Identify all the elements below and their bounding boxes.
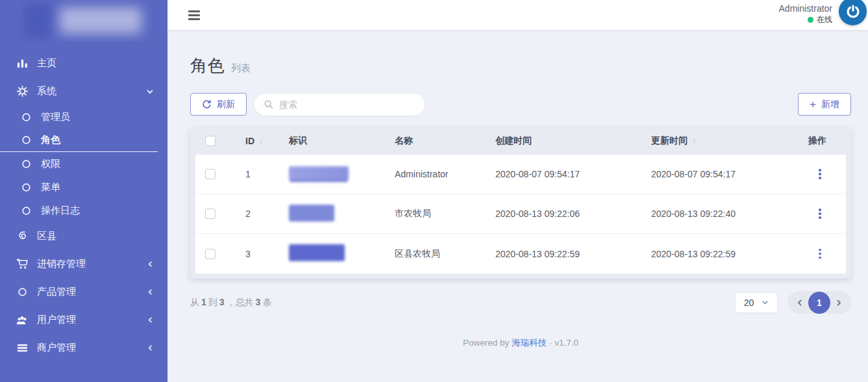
cell-created-at: 2020-08-13 09:22:06 bbox=[495, 209, 651, 219]
page-head: 角色 列表 bbox=[190, 55, 851, 77]
cell-identifier-redacted bbox=[289, 166, 395, 182]
sidebar-item-label: 权限 bbox=[41, 158, 60, 170]
app-logo[interactable] bbox=[0, 0, 167, 42]
cell-id: 1 bbox=[245, 169, 289, 179]
cell-name: 市农牧局 bbox=[395, 208, 495, 220]
gear-icon bbox=[16, 86, 29, 97]
topbar: Administrator 在线 bbox=[167, 0, 868, 30]
pager-zone: 20 1 bbox=[736, 291, 851, 314]
users-icon bbox=[16, 314, 29, 326]
table-row: 3区县农牧局2020-08-13 09:22:592020-08-13 09:2… bbox=[195, 234, 846, 274]
logout-power-button[interactable] bbox=[839, 0, 867, 25]
select-all-checkbox[interactable] bbox=[205, 136, 216, 146]
page-title: 角色 bbox=[190, 55, 225, 77]
pagination-summary: 从1到3，总共3条 bbox=[190, 297, 271, 309]
cell-name: Administrator bbox=[395, 169, 495, 179]
table-footer: 从1到3，总共3条 20 bbox=[190, 291, 851, 314]
search-input[interactable] bbox=[279, 99, 415, 110]
ring-icon bbox=[19, 183, 32, 192]
username[interactable]: Administrator bbox=[779, 3, 832, 14]
logo-text-redacted bbox=[60, 7, 142, 34]
roles-table: ID↑标识名称创建时间更新时间↑操作 1Administrator2020-08… bbox=[190, 127, 851, 279]
hamburger-menu-icon[interactable] bbox=[186, 8, 203, 23]
online-status-dot bbox=[808, 17, 813, 23]
chevron-right-icon bbox=[835, 299, 843, 307]
sidebar-item-label: 主页 bbox=[37, 57, 56, 70]
column-header: 创建时间 bbox=[495, 135, 651, 147]
next-page-button[interactable] bbox=[830, 293, 847, 312]
cell-id: 3 bbox=[245, 249, 289, 259]
column-header[interactable]: 更新时间↑ bbox=[651, 135, 808, 147]
sidebar-item-label: 角色 bbox=[41, 134, 60, 146]
cell-updated-at: 2020-08-07 09:54:17 bbox=[651, 169, 808, 179]
row-actions-dots-icon[interactable] bbox=[813, 246, 827, 262]
main-area: Administrator 在线 角色 列表 bbox=[167, 0, 868, 382]
page-size-value: 20 bbox=[744, 298, 754, 308]
list-icon bbox=[16, 342, 29, 353]
cart-icon bbox=[16, 259, 29, 270]
column-header: 标识 bbox=[289, 135, 395, 147]
spiral-icon bbox=[16, 231, 29, 242]
sidebar-item-label: 系统 bbox=[37, 85, 56, 97]
sidebar-item-operation-logs[interactable]: 操作日志 bbox=[0, 199, 158, 222]
summary-to: 3 bbox=[219, 297, 225, 307]
sidebar-item-menus[interactable]: 菜单 bbox=[0, 175, 158, 199]
plus-icon: + bbox=[810, 99, 816, 110]
row-checkbox[interactable] bbox=[205, 209, 216, 219]
cell-updated-at: 2020-08-13 09:22:59 bbox=[651, 249, 808, 259]
footer: Powered by 海瑞科技 · v1.7.0 bbox=[190, 337, 851, 349]
sidebar-item-merchants[interactable]: 商户管理 bbox=[0, 334, 158, 362]
sidebar: 主页系统管理员角色权限菜单操作日志区县进销存管理产品管理用户管理商户管理 bbox=[0, 0, 167, 382]
cell-name: 区县农牧局 bbox=[395, 248, 495, 260]
refresh-icon bbox=[202, 99, 212, 109]
chevron-left-icon bbox=[796, 299, 804, 307]
sidebar-item-districts[interactable]: 区县 bbox=[0, 222, 158, 250]
sidebar-item-label: 区县 bbox=[37, 230, 56, 242]
search-icon bbox=[264, 99, 273, 109]
prev-page-button[interactable] bbox=[791, 293, 808, 312]
app-root: 主页系统管理员角色权限菜单操作日志区县进销存管理产品管理用户管理商户管理 Adm… bbox=[0, 0, 868, 382]
sidebar-item-home[interactable]: 主页 bbox=[0, 49, 158, 77]
chevron-left-icon bbox=[147, 261, 154, 268]
summary-total: 3 bbox=[256, 297, 261, 307]
sidebar-item-label: 管理员 bbox=[41, 111, 70, 123]
column-header: 操作 bbox=[808, 135, 851, 147]
add-button[interactable]: + 新增 bbox=[798, 93, 851, 116]
refresh-button-label: 刷新 bbox=[217, 99, 235, 110]
sidebar-item-products[interactable]: 产品管理 bbox=[0, 278, 158, 306]
row-actions-dots-icon[interactable] bbox=[813, 205, 827, 222]
footer-divider: · bbox=[549, 338, 552, 348]
chevron-left-icon bbox=[147, 288, 154, 296]
chevron-down-icon bbox=[762, 299, 769, 306]
bar-chart-icon bbox=[16, 58, 29, 69]
chevron-left-icon bbox=[147, 316, 154, 324]
row-actions-dots-icon[interactable] bbox=[813, 166, 827, 183]
sidebar-menu: 主页系统管理员角色权限菜单操作日志区县进销存管理产品管理用户管理商户管理 bbox=[0, 42, 167, 362]
row-checkbox[interactable] bbox=[205, 169, 216, 179]
sidebar-item-system[interactable]: 系统 bbox=[0, 77, 158, 105]
online-status-label: 在线 bbox=[817, 14, 832, 25]
refresh-button[interactable]: 刷新 bbox=[190, 93, 247, 116]
sort-asc-icon: ↑ bbox=[692, 136, 697, 146]
sidebar-item-users[interactable]: 用户管理 bbox=[0, 306, 158, 334]
table-header: ID↑标识名称创建时间更新时间↑操作 bbox=[190, 127, 851, 155]
summary-from: 1 bbox=[201, 297, 206, 307]
sidebar-item-label: 商户管理 bbox=[37, 342, 76, 354]
cell-created-at: 2020-08-13 09:22:59 bbox=[495, 249, 651, 259]
sidebar-item-permissions[interactable]: 权限 bbox=[0, 152, 158, 175]
cell-identifier-redacted bbox=[289, 205, 395, 223]
brand-link[interactable]: 海瑞科技 bbox=[512, 338, 547, 348]
page-1-button[interactable]: 1 bbox=[808, 292, 830, 314]
row-checkbox[interactable] bbox=[205, 249, 216, 259]
online-status: 在线 bbox=[779, 14, 832, 25]
add-button-label: 新增 bbox=[821, 99, 839, 110]
sidebar-item-roles[interactable]: 角色 bbox=[0, 129, 158, 152]
sidebar-item-admins[interactable]: 管理员 bbox=[0, 105, 158, 129]
powered-by-label: Powered by bbox=[463, 338, 509, 348]
page-size-select[interactable]: 20 bbox=[736, 293, 777, 312]
sidebar-item-inventory[interactable]: 进销存管理 bbox=[0, 250, 158, 278]
column-header[interactable]: ID↑ bbox=[245, 136, 289, 146]
search-box[interactable] bbox=[254, 94, 425, 116]
user-zone: Administrator 在线 bbox=[779, 0, 868, 30]
content: 角色 列表 刷新 + 新 bbox=[167, 30, 868, 382]
